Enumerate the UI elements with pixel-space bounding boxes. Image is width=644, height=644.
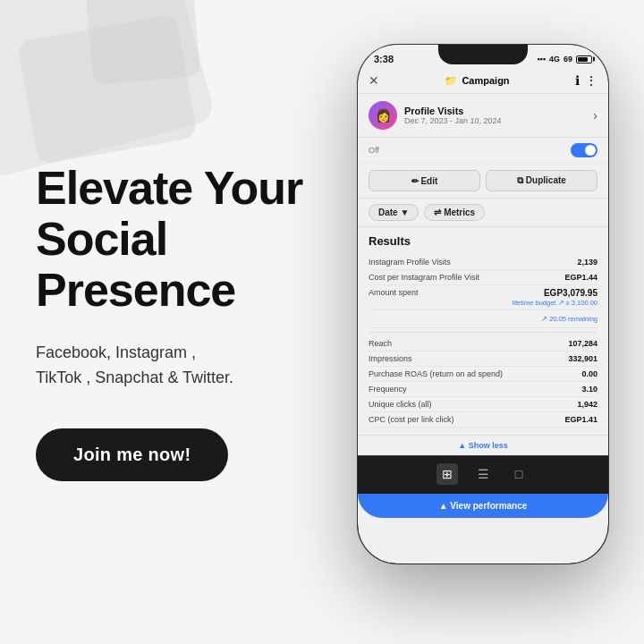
left-content-area: Elevate Your Social Presence Facebook, I… <box>36 0 331 644</box>
show-less-label: ▲ Show less <box>458 441 507 450</box>
metric-value: 332,901 <box>568 354 597 363</box>
status-icons: ▪▪▪ 4G 69 <box>537 55 592 64</box>
metric-row: Instagram Profile Visits 2,139 <box>369 255 597 270</box>
metric-row: CPC (cost per link click) EGP1.41 <box>369 412 597 428</box>
metrics-filter-tab[interactable]: ⇌ Metrics <box>424 204 485 221</box>
metric-row: Cost per Instagram Profile Visit EGP1.44 <box>369 270 597 285</box>
metric-label: Instagram Profile Visits <box>369 258 577 267</box>
more-icon[interactable]: ⋮ <box>585 73 597 88</box>
metric-row: Frequency 3.10 <box>369 382 597 397</box>
metric-label: Cost per Instagram Profile Visit <box>369 273 564 282</box>
amount-spent-group: EGP3,079.95 lifetime budget ↗ ≥ 3,100.00 <box>513 288 597 307</box>
campaign-header: ✕ 📁 Campaign ℹ ⋮ <box>358 68 608 94</box>
section-divider <box>369 332 597 333</box>
profile-info: Profile Visits Dec 7, 2023 - Jan 10, 202… <box>404 106 502 125</box>
subtext: Facebook, Instagram ,TikTok , Snapchat &… <box>36 341 331 391</box>
metric-value: 0.00 <box>581 369 597 378</box>
profile-name: Profile Visits <box>404 106 502 116</box>
edit-button[interactable]: ✏ Edit <box>369 170 480 191</box>
nav-icon-list[interactable]: ☰ <box>472 463 494 485</box>
battery-level-label: 69 <box>564 55 572 64</box>
duplicate-button[interactable]: ⧉ Duplicate <box>486 170 597 191</box>
metric-row: Amount spent EGP3,079.95 lifetime budget… <box>369 285 597 310</box>
metric-value: 3.10 <box>581 385 597 394</box>
metric-value: EGP1.41 <box>564 415 597 424</box>
view-performance-bar[interactable]: ▲ View performance <box>358 494 608 518</box>
metric-row: Unique clicks (all) 1,942 <box>369 397 597 412</box>
metric-row: Reach 107,284 <box>369 336 597 352</box>
cta-button[interactable]: Join me now! <box>36 428 228 481</box>
signal-icon: ▪▪▪ <box>537 55 546 64</box>
action-buttons: ✏ Edit ⧉ Duplicate <box>358 164 608 199</box>
toggle-label: Off <box>369 146 379 155</box>
metric-label: Purchase ROAS (return on ad spend) <box>369 369 581 378</box>
chevron-right-icon: › <box>593 108 597 123</box>
avatar: 👩 <box>369 101 397 130</box>
metric-value: 107,284 <box>568 339 597 348</box>
battery-icon <box>576 55 592 64</box>
metric-label: Reach <box>369 339 568 348</box>
campaign-header-center: 📁 Campaign <box>445 75 509 87</box>
bottom-nav: ⊞ ☰ □ <box>358 455 608 494</box>
metric-row: Impressions 332,901 <box>369 352 597 367</box>
metric-label: Frequency <box>369 385 581 394</box>
nav-icon-chart[interactable]: □ <box>508 463 530 485</box>
phone-mockup-area: 3:38 ▪▪▪ 4G 69 ✕ 📁 Campaign <box>349 45 617 599</box>
campaign-actions: ℹ ⋮ <box>575 73 597 88</box>
show-less-button[interactable]: ▲ Show less <box>358 435 608 455</box>
metrics-table: Instagram Profile Visits 2,139 Cost per … <box>369 255 597 428</box>
metric-label: Amount spent <box>369 288 513 297</box>
date-filter-tab[interactable]: Date ▼ <box>369 204 419 221</box>
metric-label: Unique clicks (all) <box>369 400 577 409</box>
metric-row: Purchase ROAS (return on ad spend) 0.00 <box>369 367 597 382</box>
profile-left: 👩 Profile Visits Dec 7, 2023 - Jan 10, 2… <box>369 101 502 130</box>
phone-notch <box>438 45 528 64</box>
metric-value-large: EGP3,079.95 <box>513 288 597 298</box>
status-time: 3:38 <box>374 54 394 64</box>
network-label: 4G <box>549 55 560 64</box>
metric-value: 2,139 <box>577 258 597 267</box>
toggle-section: Off <box>358 138 608 164</box>
folder-icon: 📁 <box>445 75 457 87</box>
budget-note: lifetime budget ↗ ≥ 3,100.00 <box>513 299 597 307</box>
metric-label: Impressions <box>369 354 568 363</box>
phone-outer-shell: 3:38 ▪▪▪ 4G 69 ✕ 📁 Campaign <box>358 45 608 564</box>
metric-value: EGP1.44 <box>564 273 597 282</box>
results-area: Results Instagram Profile Visits 2,139 C… <box>358 227 608 435</box>
results-title: Results <box>369 234 597 248</box>
filter-tabs: Date ▼ ⇌ Metrics <box>358 199 608 227</box>
profile-section[interactable]: 👩 Profile Visits Dec 7, 2023 - Jan 10, 2… <box>358 94 608 138</box>
remaining-note: ↗ 20.05 remaining <box>541 313 597 325</box>
phone-screen: 3:38 ▪▪▪ 4G 69 ✕ 📁 Campaign <box>358 45 608 564</box>
toggle-switch[interactable] <box>571 143 597 157</box>
remaining-row: ↗ 20.05 remaining <box>369 310 597 328</box>
campaign-title: Campaign <box>462 75 509 86</box>
metric-value: 1,942 <box>577 400 597 409</box>
profile-date: Dec 7, 2023 - Jan 10, 2024 <box>404 116 502 125</box>
close-icon[interactable]: ✕ <box>369 73 379 88</box>
headline: Elevate Your Social Presence <box>36 163 331 317</box>
nav-icon-grid[interactable]: ⊞ <box>436 463 458 485</box>
info-icon[interactable]: ℹ <box>575 73 580 88</box>
metric-label: CPC (cost per link click) <box>369 415 564 424</box>
page-container: Elevate Your Social Presence Facebook, I… <box>0 0 644 644</box>
